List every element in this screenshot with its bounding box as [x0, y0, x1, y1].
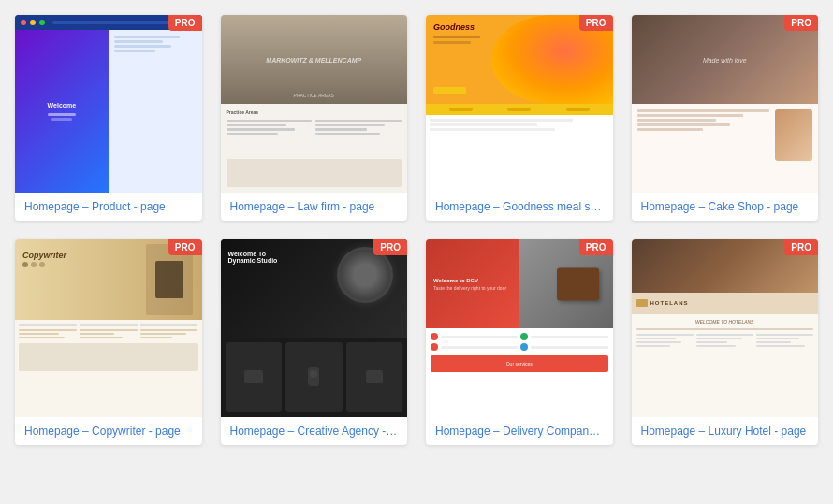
thumb-creative: Welcome ToDynamic Studio [221, 239, 408, 417]
thumb-cake: Made with love PRO [632, 15, 819, 193]
card-label: Homepage – Delivery Company - p... [426, 417, 613, 445]
card-label: Homepage – Luxury Hotel - page [632, 417, 819, 445]
card-delivery[interactable]: Welcome to DCV Taste the delivery right … [426, 239, 613, 445]
card-cake-shop[interactable]: Made with love PROHomepage – Cake Shop - [632, 15, 819, 221]
template-grid: Welcome PROHomepage – Product - page MAR… [15, 15, 818, 445]
thumb-hotel: HOTELANS WELCOME TO HOTELANS [632, 239, 819, 417]
pro-badge: PRO [168, 15, 202, 31]
thumb-copywriter: Copywriter [15, 239, 202, 417]
card-label: Homepage – Law firm - page [221, 193, 408, 221]
card-law-firm[interactable]: MARKOWITZ & MELLENCAMP PRACTICE AREAS Pr… [221, 15, 408, 221]
pro-badge: PRO [579, 15, 613, 31]
card-goodness[interactable]: Goodness PROHomepage – Goodness meal ser… [426, 15, 613, 221]
pro-badge: PRO [784, 15, 818, 31]
pro-badge: PRO [579, 239, 613, 255]
card-product[interactable]: Welcome PROHomepage – Product - page [15, 15, 202, 221]
pro-badge: PRO [373, 239, 407, 255]
thumb-goodness: Goodness PRO [426, 15, 613, 193]
card-creative-agency[interactable]: Welcome ToDynamic Studio [221, 239, 408, 445]
card-copywriter[interactable]: Copywriter [15, 239, 202, 445]
card-label: Homepage – Cake Shop - page [632, 193, 819, 221]
pro-badge: PRO [784, 239, 818, 255]
card-label: Homepage – Product - page [15, 193, 202, 221]
card-label: Homepage – Copywriter - page [15, 417, 202, 445]
thumb-product: Welcome PRO [15, 15, 202, 193]
card-label: Homepage – Goodness meal servi... [426, 193, 613, 221]
thumb-delivery: Welcome to DCV Taste the delivery right … [426, 239, 613, 417]
thumb-law: MARKOWITZ & MELLENCAMP PRACTICE AREAS Pr… [221, 15, 408, 193]
pro-badge: PRO [168, 239, 202, 255]
card-luxury-hotel[interactable]: HOTELANS WELCOME TO HOTELANS [632, 239, 819, 445]
card-label: Homepage – Creative Agency - pa... [221, 417, 408, 445]
